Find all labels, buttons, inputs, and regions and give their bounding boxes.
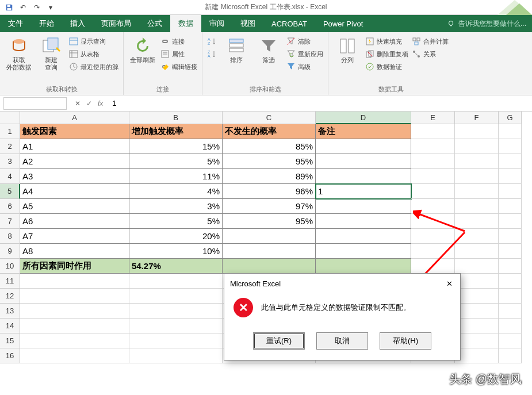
cell[interactable]: [316, 259, 411, 274]
tab-review[interactable]: 审阅: [201, 15, 232, 32]
cell[interactable]: [455, 259, 499, 274]
cell[interactable]: [455, 289, 499, 304]
filter-button[interactable]: 筛选: [254, 34, 283, 84]
row-header[interactable]: 6: [0, 199, 20, 214]
cell[interactable]: [411, 169, 455, 184]
tab-home[interactable]: 开始: [31, 15, 62, 32]
cell[interactable]: [499, 348, 522, 363]
cell[interactable]: [316, 199, 411, 214]
cell[interactable]: [316, 244, 411, 259]
row-header[interactable]: 15: [0, 333, 20, 348]
cell[interactable]: 1: [316, 184, 411, 199]
cell[interactable]: [455, 214, 499, 229]
row-header[interactable]: 4: [0, 169, 20, 184]
undo-icon[interactable]: ↶: [17, 2, 29, 13]
row-header[interactable]: 5: [0, 184, 20, 199]
tab-formulas[interactable]: 公式: [139, 15, 170, 32]
cell[interactable]: [499, 274, 522, 289]
formula-input[interactable]: 1: [108, 99, 532, 108]
cell[interactable]: [455, 274, 499, 289]
cell[interactable]: [316, 154, 411, 169]
cell[interactable]: 96%: [223, 184, 316, 199]
cell[interactable]: 增加触发概率: [129, 124, 223, 139]
cell[interactable]: [411, 154, 455, 169]
cell[interactable]: A7: [20, 229, 129, 244]
cell[interactable]: [411, 259, 455, 274]
save-icon[interactable]: [3, 2, 15, 13]
cell[interactable]: [499, 184, 522, 199]
column-header[interactable]: B: [129, 112, 223, 124]
sort-za-button[interactable]: ZA: [207, 49, 216, 59]
from-table-button[interactable]: 从表格: [69, 49, 118, 59]
cell[interactable]: 54.27%: [129, 259, 223, 274]
cell[interactable]: [223, 259, 316, 274]
cell[interactable]: [499, 319, 522, 333]
cell[interactable]: [411, 184, 455, 199]
row-header[interactable]: 12: [0, 289, 20, 304]
cell[interactable]: [455, 304, 499, 319]
edit-links-button[interactable]: 编辑链接: [160, 62, 197, 71]
cell[interactable]: A5: [20, 199, 129, 214]
recent-sources-button[interactable]: 最近使用的源: [69, 62, 118, 71]
cell[interactable]: 10%: [129, 244, 223, 259]
cell[interactable]: [316, 139, 411, 154]
cell[interactable]: [455, 139, 499, 154]
tab-data[interactable]: 数据: [170, 15, 201, 32]
redo-icon[interactable]: ↷: [31, 2, 43, 13]
cell[interactable]: 89%: [223, 169, 316, 184]
refresh-all-button[interactable]: 全部刷新: [128, 34, 157, 84]
cell[interactable]: 4%: [129, 184, 223, 199]
cell[interactable]: [129, 319, 223, 333]
cell[interactable]: [411, 124, 455, 139]
cell[interactable]: [455, 169, 499, 184]
cell[interactable]: A6: [20, 214, 129, 229]
cell[interactable]: [411, 244, 455, 259]
fx-icon[interactable]: fx: [98, 99, 103, 108]
cancel-entry-icon[interactable]: ✕: [75, 99, 81, 108]
cell[interactable]: [316, 169, 411, 184]
cell[interactable]: [223, 229, 316, 244]
cell[interactable]: [223, 244, 316, 259]
cell[interactable]: [499, 333, 522, 348]
cell[interactable]: [499, 259, 522, 274]
cell[interactable]: [411, 229, 455, 244]
cell[interactable]: A3: [20, 169, 129, 184]
cell[interactable]: [411, 199, 455, 214]
new-query-button[interactable]: 新建 查询: [37, 34, 66, 84]
row-header[interactable]: 14: [0, 319, 20, 333]
row-header[interactable]: 10: [0, 259, 20, 274]
cell[interactable]: [499, 154, 522, 169]
cell[interactable]: 触发因素: [20, 124, 129, 139]
cell[interactable]: 11%: [129, 169, 223, 184]
column-header[interactable]: D: [316, 112, 411, 124]
cell[interactable]: 5%: [129, 154, 223, 169]
cell[interactable]: [20, 348, 129, 363]
tell-me-search[interactable]: 告诉我您想要做什么...: [441, 15, 532, 32]
cell[interactable]: [455, 348, 499, 363]
cell[interactable]: 5%: [129, 214, 223, 229]
row-header[interactable]: 13: [0, 304, 20, 319]
cancel-button[interactable]: 取消: [316, 332, 368, 350]
cell[interactable]: 备注: [316, 124, 411, 139]
get-external-data-button[interactable]: 获取 外部数据: [5, 34, 33, 84]
cell[interactable]: [129, 289, 223, 304]
connections-button[interactable]: 连接: [160, 37, 197, 46]
cell[interactable]: [499, 304, 522, 319]
row-header[interactable]: 3: [0, 154, 20, 169]
cell[interactable]: [129, 333, 223, 348]
cell[interactable]: [20, 274, 129, 289]
data-validation-button[interactable]: 数据验证: [365, 62, 408, 71]
cell[interactable]: A2: [20, 154, 129, 169]
cell[interactable]: [499, 199, 522, 214]
cell[interactable]: [316, 229, 411, 244]
cell[interactable]: [499, 244, 522, 259]
column-header[interactable]: G: [499, 112, 522, 124]
cell[interactable]: A1: [20, 139, 129, 154]
confirm-entry-icon[interactable]: ✓: [86, 99, 92, 108]
cell[interactable]: [20, 289, 129, 304]
cell[interactable]: [20, 333, 129, 348]
select-all-button[interactable]: [0, 112, 20, 124]
cell[interactable]: 3%: [129, 199, 223, 214]
cell[interactable]: [411, 139, 455, 154]
cell[interactable]: [129, 348, 223, 363]
